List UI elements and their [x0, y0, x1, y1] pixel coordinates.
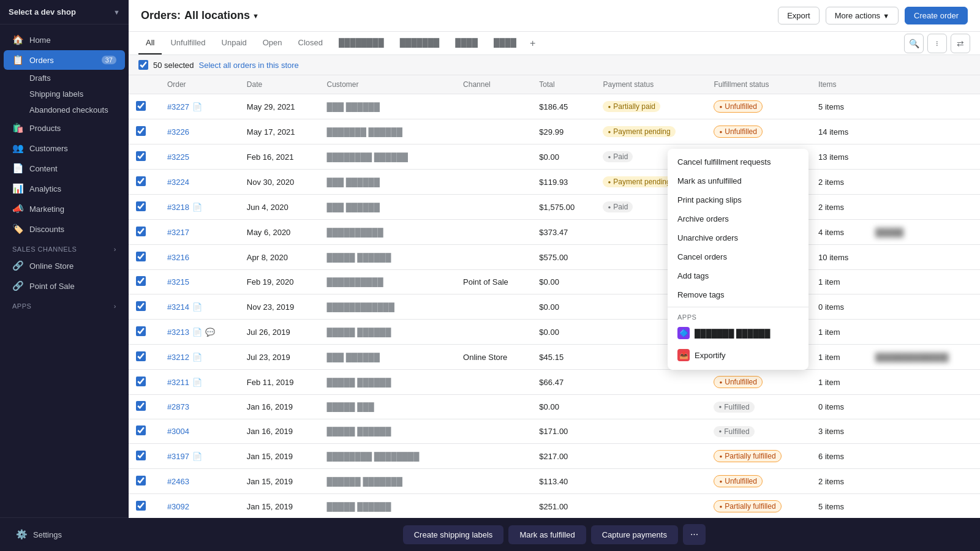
- table-row[interactable]: #3212 📄 Jul 23, 2019 ███ ██████ Online S…: [129, 345, 980, 370]
- context-menu-item-print-packing-slips[interactable]: Print packing slips: [668, 190, 809, 209]
- context-menu-app-exportify[interactable]: 📤Exportify: [668, 344, 809, 366]
- filter-button[interactable]: ⫶: [927, 34, 947, 53]
- order-number[interactable]: #3216: [167, 253, 189, 262]
- tab-open[interactable]: Open: [255, 32, 290, 54]
- search-filter-button[interactable]: 🔍: [904, 34, 924, 53]
- order-number[interactable]: #3197: [167, 452, 189, 461]
- table-row[interactable]: #2463 Jan 15, 2019 ██████ ███████ $113.4…: [129, 469, 980, 494]
- sidebar-item-online-store[interactable]: 🔗Online Store: [4, 256, 125, 276]
- order-number[interactable]: #3218: [167, 203, 189, 212]
- sidebar-sub-drafts[interactable]: Drafts: [4, 70, 125, 86]
- table-row[interactable]: #3197 📄 Jan 15, 2019 ████████ ████████ $…: [129, 444, 980, 469]
- sidebar-item-settings[interactable]: ⚙️ Settings: [7, 525, 121, 544]
- order-number[interactable]: #3211: [167, 378, 189, 387]
- tab-unpaid[interactable]: Unpaid: [214, 32, 254, 54]
- row-checkbox[interactable]: [136, 227, 146, 236]
- tab-unfulfilled[interactable]: Unfulfilled: [163, 32, 213, 54]
- row-checkbox[interactable]: [136, 201, 146, 211]
- tab-closed[interactable]: Closed: [291, 32, 330, 54]
- context-menu-item-unarchive-orders[interactable]: Unarchive orders: [668, 228, 809, 247]
- table-row[interactable]: #3211 📄 Feb 11, 2019 █████ ██████ $66.47…: [129, 370, 980, 395]
- table-row[interactable]: #3215 Feb 19, 2020 ██████████ Point of S…: [129, 270, 980, 294]
- tab-all[interactable]: All: [138, 32, 162, 54]
- location-selector[interactable]: All locations ▼: [184, 9, 259, 22]
- more-actions-button[interactable]: More actions ▼: [826, 7, 899, 24]
- order-number[interactable]: #3225: [167, 152, 189, 162]
- row-checkbox[interactable]: [136, 501, 146, 511]
- tab-████[interactable]: ████: [448, 32, 485, 54]
- order-number[interactable]: #3224: [167, 178, 189, 187]
- capture-payments-button[interactable]: Capture payments: [591, 525, 678, 544]
- sort-button[interactable]: ⇄: [951, 34, 970, 53]
- order-number[interactable]: #2873: [167, 402, 189, 411]
- sidebar-item-point-of-sale[interactable]: 🔗Point of Sale: [4, 276, 125, 296]
- sidebar-item-customers[interactable]: 👥Customers: [4, 138, 125, 158]
- export-button[interactable]: Export: [778, 7, 820, 24]
- order-number[interactable]: #3214: [167, 302, 189, 312]
- sidebar-item-orders[interactable]: 📋Orders37: [4, 50, 125, 70]
- order-number[interactable]: #3226: [167, 127, 189, 137]
- sidebar-item-marketing[interactable]: 📣Marketing: [4, 199, 125, 219]
- row-checkbox[interactable]: [136, 351, 146, 361]
- store-header[interactable]: Select a dev shop ▼: [0, 0, 129, 24]
- row-checkbox[interactable]: [136, 101, 146, 111]
- row-checkbox[interactable]: [136, 451, 146, 460]
- context-menu-item-remove-tags[interactable]: Remove tags: [668, 285, 809, 304]
- row-checkbox[interactable]: [136, 425, 146, 435]
- table-row[interactable]: #3092 Jan 15, 2019 █████ ██████ $251.00 …: [129, 494, 980, 519]
- table-row[interactable]: #3225 Feb 16, 2021 ████████ ██████ $0.00…: [129, 144, 980, 170]
- table-row[interactable]: #3226 May 17, 2021 ███████ ██████ $29.99…: [129, 119, 980, 144]
- table-row[interactable]: #3227 📄 May 29, 2021 ███ ██████ $186.45 …: [129, 94, 980, 119]
- tab-████[interactable]: ████: [486, 32, 524, 54]
- row-checkbox[interactable]: [136, 176, 146, 186]
- sidebar-item-discounts[interactable]: 🏷️Discounts: [4, 219, 125, 239]
- table-row[interactable]: #3218 📄 Jun 4, 2020 ███ ██████ $1,575.00…: [129, 195, 980, 220]
- sidebar-item-analytics[interactable]: 📊Analytics: [4, 179, 125, 198]
- row-checkbox[interactable]: [136, 326, 146, 336]
- order-number[interactable]: #3092: [167, 502, 189, 511]
- add-tab-button[interactable]: +: [525, 33, 540, 54]
- select-all-link[interactable]: Select all orders in this store: [199, 61, 299, 70]
- tab-████████[interactable]: ████████: [331, 32, 391, 54]
- row-checkbox[interactable]: [136, 301, 146, 311]
- row-checkbox[interactable]: [136, 151, 146, 161]
- table-row[interactable]: #3217 May 6, 2020 ██████████ $373.47 Unf…: [129, 220, 980, 245]
- context-menu-item-add-tags[interactable]: Add tags: [668, 266, 809, 285]
- sidebar-item-products[interactable]: 🛍️Products: [4, 118, 125, 138]
- context-menu-item-cancel-fulfillment-requests[interactable]: Cancel fulfillment requests: [668, 152, 809, 171]
- row-checkbox[interactable]: [136, 276, 146, 286]
- order-number[interactable]: #2463: [167, 477, 189, 486]
- tab-███████[interactable]: ███████: [393, 32, 447, 54]
- context-menu-item-cancel-orders[interactable]: Cancel orders: [668, 247, 809, 266]
- order-number[interactable]: #3213: [167, 328, 189, 337]
- more-actions-bottom-button[interactable]: ···: [683, 524, 706, 545]
- context-menu-item-mark-as-unfulfilled[interactable]: Mark as unfulfilled: [668, 171, 809, 190]
- create-order-button[interactable]: Create order: [905, 7, 968, 24]
- table-row[interactable]: #3224 Nov 30, 2020 ███ ██████ $119.93 Pa…: [129, 170, 980, 195]
- context-menu-item-archive-orders[interactable]: Archive orders: [668, 209, 809, 228]
- row-checkbox[interactable]: [136, 377, 146, 386]
- order-number[interactable]: #3227: [167, 102, 189, 111]
- sidebar-sub-shipping-labels[interactable]: Shipping labels: [4, 86, 125, 102]
- sidebar-item-content[interactable]: 📄Content: [4, 159, 125, 178]
- order-items: 1 item: [811, 370, 868, 395]
- table-row[interactable]: #3004 Jan 16, 2019 █████ ██████ $171.00 …: [129, 419, 980, 444]
- create-labels-button[interactable]: Create shipping labels: [403, 525, 504, 544]
- row-checkbox[interactable]: [136, 401, 146, 411]
- order-number[interactable]: #3004: [167, 427, 189, 436]
- row-checkbox[interactable]: [136, 252, 146, 261]
- context-menu-app-███████-██████[interactable]: 🔷███████ ██████: [668, 322, 809, 344]
- table-row[interactable]: #3216 Apr 8, 2020 █████ ██████ $575.00 P…: [129, 245, 980, 270]
- table-row[interactable]: #2873 Jan 16, 2019 █████ ███ $0.00 Fulfi…: [129, 395, 980, 419]
- order-number[interactable]: #3217: [167, 228, 189, 237]
- row-checkbox[interactable]: [136, 476, 146, 485]
- table-row[interactable]: #3213 📄 💬 Jul 26, 2019 █████ ██████ $0.0…: [129, 320, 980, 345]
- mark-fulfilled-button[interactable]: Mark as fulfilled: [508, 525, 586, 544]
- row-checkbox[interactable]: [136, 126, 146, 136]
- table-row[interactable]: #3214 📄 Nov 23, 2019 ████████████ $0.00 …: [129, 294, 980, 320]
- select-all-checkbox[interactable]: [138, 60, 148, 70]
- sidebar-sub-abandoned-checkouts[interactable]: Abandoned checkouts: [4, 102, 125, 118]
- sidebar-item-home[interactable]: 🏠Home: [4, 30, 125, 50]
- order-number[interactable]: #3215: [167, 277, 189, 287]
- order-number[interactable]: #3212: [167, 353, 189, 362]
